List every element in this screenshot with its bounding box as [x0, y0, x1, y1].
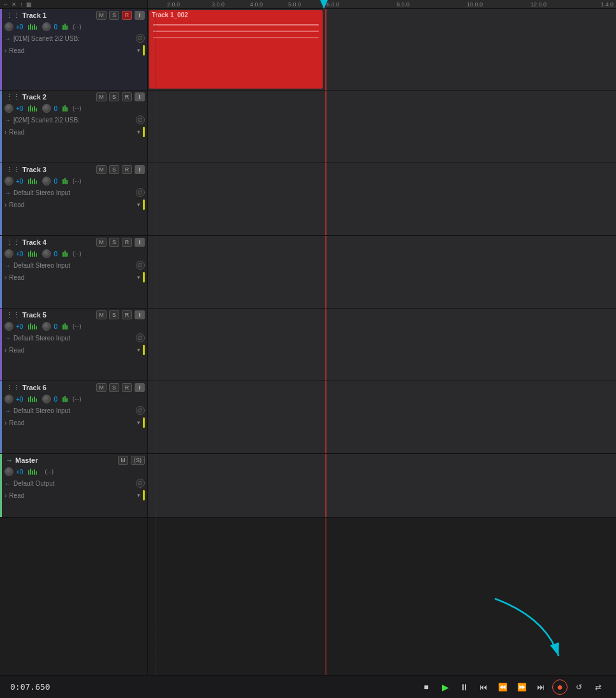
track2-name[interactable]: Track 2 — [22, 93, 94, 101]
master-phase-btn[interactable]: ∅ — [136, 479, 145, 488]
track1-pan-knob[interactable] — [42, 22, 51, 31]
track4-solo-btn[interactable]: S — [109, 238, 119, 247]
track5-expand-arrow[interactable]: › — [4, 347, 6, 354]
track5-name[interactable]: Track 5 — [22, 311, 94, 319]
track2-automation-label[interactable]: Read — [9, 129, 135, 136]
track4-pan-knob[interactable] — [42, 249, 51, 258]
track4-input-label[interactable]: Default Stereo Input — [13, 262, 133, 269]
track3-phase-btn[interactable]: ∅ — [136, 188, 145, 197]
track1-expand-arrow[interactable]: › — [4, 47, 6, 54]
track4-name[interactable]: Track 4 — [22, 238, 94, 246]
track2-phase-btn[interactable]: ∅ — [136, 115, 145, 124]
track5-input-label[interactable]: Default Stereo Input — [13, 335, 133, 342]
track6-solo-btn[interactable]: S — [109, 383, 119, 392]
master-mute-btn[interactable]: M — [118, 456, 128, 465]
toolbar-icon-grid[interactable]: ▦ — [26, 1, 32, 8]
track6-automation-label[interactable]: Read — [9, 419, 135, 426]
track5-input-btn[interactable]: I — [135, 310, 145, 319]
track6-expand-arrow[interactable]: › — [4, 419, 6, 426]
track6-record-btn[interactable]: R — [122, 383, 132, 392]
track5-pan-knob[interactable] — [42, 322, 51, 331]
track6-name[interactable]: Track 6 — [22, 384, 94, 391]
track1-clip[interactable]: Track 1_002 — [149, 10, 323, 89]
track6-pan-knob[interactable] — [42, 395, 51, 404]
track4-record-btn[interactable]: R — [122, 238, 132, 247]
track1-name[interactable]: Track 1 — [22, 11, 94, 19]
track3-input-btn[interactable]: I — [135, 165, 145, 174]
track2-record-btn[interactable]: R — [122, 92, 132, 101]
track2-input-btn[interactable]: I — [135, 92, 145, 101]
track4-input-btn[interactable]: I — [135, 238, 145, 247]
track4-expand-arrow[interactable]: › — [4, 274, 6, 281]
track2-automation-arrow[interactable]: ▾ — [137, 129, 140, 135]
track6-input-btn[interactable]: I — [135, 383, 145, 392]
track4-timeline[interactable] — [148, 236, 616, 308]
track4-phase-btn[interactable]: ∅ — [136, 261, 145, 270]
track6-input-label[interactable]: Default Stereo Input — [13, 407, 133, 414]
track6-mute-btn[interactable]: M — [96, 383, 106, 392]
master-timeline[interactable] — [148, 454, 616, 517]
track3-name[interactable]: Track 3 — [22, 166, 94, 173]
track3-mute-btn[interactable]: M — [96, 165, 106, 174]
track5-automation-label[interactable]: Read — [9, 347, 135, 354]
skip-to-end-button[interactable]: ⏭ — [533, 680, 548, 695]
master-automation-label[interactable]: Read — [9, 492, 135, 499]
track3-timeline[interactable] — [148, 163, 616, 235]
track5-timeline[interactable] — [148, 309, 616, 381]
master-fx-label[interactable]: (···) — [45, 469, 54, 475]
toolbar-icon-move[interactable]: ↔ — [3, 1, 8, 8]
track1-phase-btn[interactable]: ∅ — [136, 34, 145, 43]
fast-forward-button[interactable]: ⏩ — [514, 680, 529, 695]
master-name[interactable]: Master — [15, 456, 115, 464]
track3-solo-btn[interactable]: S — [109, 165, 119, 174]
track4-vol-knob[interactable] — [4, 249, 13, 258]
track3-expand-arrow[interactable]: › — [4, 201, 6, 208]
track1-automation-arrow[interactable]: ▾ — [137, 47, 140, 54]
track1-timeline[interactable]: Track 1_002 — [148, 9, 616, 90]
track3-pan-knob[interactable] — [42, 177, 51, 185]
playhead-marker-triangle[interactable] — [320, 0, 328, 9]
rewind-button[interactable]: ⏪ — [495, 680, 510, 695]
track4-automation-label[interactable]: Read — [9, 274, 135, 281]
track3-record-btn[interactable]: R — [122, 165, 132, 174]
track5-automation-arrow[interactable]: ▾ — [137, 347, 140, 353]
stop-button[interactable]: ■ — [418, 680, 434, 695]
track5-vol-knob[interactable] — [4, 322, 13, 331]
track4-automation-arrow[interactable]: ▾ — [137, 274, 140, 280]
track2-pan-knob[interactable] — [42, 104, 51, 113]
master-expand-arrow[interactable]: › — [4, 492, 6, 499]
skip-to-start-button[interactable]: ⏮ — [476, 680, 491, 695]
track1-solo-btn[interactable]: S — [109, 11, 119, 20]
play-button[interactable]: ▶ — [437, 680, 453, 695]
track6-automation-arrow[interactable]: ▾ — [137, 419, 140, 426]
track6-vol-knob[interactable] — [4, 395, 13, 404]
track2-timeline[interactable] — [148, 91, 616, 163]
master-automation-arrow[interactable]: ▾ — [137, 492, 140, 498]
track1-fx-label[interactable]: (···) — [73, 24, 82, 30]
track3-input-label[interactable]: Default Stereo Input — [13, 189, 133, 196]
track1-input-btn[interactable]: I — [135, 11, 145, 20]
extra-transport-button[interactable]: ⇄ — [590, 680, 606, 695]
track2-solo-btn[interactable]: S — [109, 92, 119, 101]
master-vol-knob[interactable] — [4, 467, 13, 476]
pause-button[interactable]: ⏸ — [457, 680, 472, 695]
loop-button[interactable]: ↺ — [571, 680, 587, 695]
track3-vol-knob[interactable] — [4, 177, 13, 185]
master-output-label[interactable]: Default Output — [13, 480, 133, 487]
track3-fx-label[interactable]: (···) — [73, 178, 82, 184]
track4-fx-label[interactable]: (···) — [73, 251, 82, 257]
toolbar-icon-close[interactable]: ✕ — [11, 1, 17, 8]
track6-timeline[interactable] — [148, 381, 616, 453]
track5-phase-btn[interactable]: ∅ — [136, 333, 145, 342]
master-solo-btn[interactable]: (S) — [131, 456, 145, 465]
track1-mute-btn[interactable]: M — [96, 11, 106, 20]
track5-solo-btn[interactable]: S — [109, 310, 119, 319]
track2-mute-btn[interactable]: M — [96, 92, 106, 101]
track1-vol-knob[interactable] — [4, 22, 13, 31]
track5-record-btn[interactable]: R — [122, 310, 132, 319]
track5-fx-label[interactable]: (···) — [73, 323, 82, 330]
track1-input-label[interactable]: [01M] Scarlett 2i2 USB: — [13, 35, 133, 42]
track2-vol-knob[interactable] — [4, 104, 13, 113]
track2-fx-label[interactable]: (···) — [73, 105, 82, 112]
track1-record-btn[interactable]: R — [122, 11, 132, 20]
